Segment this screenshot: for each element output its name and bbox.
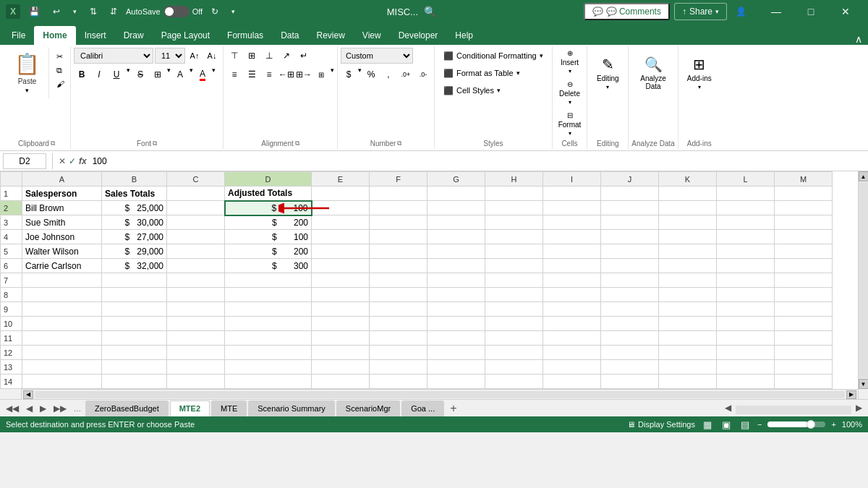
col-header-L[interactable]: L [717,172,775,187]
analyze-data-button[interactable]: 🔍 Analyze Data [634,48,672,98]
cell-B2[interactable]: $ 25,000 [102,201,167,215]
format-as-table-button[interactable]: ⬛ Format as Table ▾ [438,65,526,81]
italic-button[interactable]: I [91,67,107,82]
cell-F2[interactable] [370,201,427,215]
cell-J4[interactable] [601,230,659,244]
col-header-B[interactable]: B [102,172,167,187]
align-left-button[interactable]: ≡ [226,67,242,82]
add-ins-button[interactable]: ⊞ Add-ins ▾ [681,48,718,98]
autosave-pill[interactable] [163,6,190,17]
paste-button[interactable]: 📋 Paste ▾ [9,48,46,98]
increase-decimal-button[interactable]: .0+ [398,67,414,82]
font-color-button[interactable]: A [195,67,210,82]
sheet-tab-goa[interactable]: Goa ... [401,401,444,416]
cell-L4[interactable] [717,230,775,244]
search-icon[interactable]: 🔍 [424,6,436,17]
quick-access-icon[interactable]: ▾ [227,7,239,17]
cell-B5[interactable]: $ 29,000 [102,244,167,259]
sort-desc-icon[interactable]: ⇵ [106,5,122,18]
sort-asc-icon[interactable]: ⇅ [85,5,101,18]
cell-C3[interactable] [167,215,225,230]
copy-button[interactable]: ⧉ [54,64,67,77]
col-header-G[interactable]: G [427,172,485,187]
tab-home[interactable]: Home [34,26,75,45]
cell-J1[interactable] [601,187,659,201]
account-icon[interactable]: 👤 [731,5,751,18]
cell-H3[interactable] [485,215,543,230]
cell-A4[interactable]: Joe Johnson [22,230,102,244]
cell-L1[interactable] [717,187,775,201]
insert-button[interactable]: ⊕ Insert ▾ [558,48,582,76]
strikethrough-button[interactable]: S [132,67,148,82]
autosave-toggle[interactable]: AutoSave Off [126,6,203,17]
wrap-text-button[interactable]: ↵ [296,48,312,64]
cell-K6[interactable] [659,259,717,273]
sheet-nav-prev[interactable]: ◀ [23,403,35,414]
cell-C1[interactable] [167,187,225,201]
cell-F3[interactable] [370,215,427,230]
cell-K3[interactable] [659,215,717,230]
cell-L5[interactable] [717,244,775,259]
tab-review[interactable]: Review [307,26,353,45]
cell-M5[interactable] [775,244,833,259]
sheet-nav-last[interactable]: ▶▶ [51,403,69,414]
sheet-hscroll-left[interactable]: ◀ [722,403,734,414]
zoom-slider[interactable] [767,421,825,427]
share-button[interactable]: ↑ Share ▾ [674,3,727,20]
cell-G6[interactable] [427,259,485,273]
cell-L6[interactable] [717,259,775,273]
align-top-button[interactable]: ⊤ [226,48,242,64]
cell-G5[interactable] [427,244,485,259]
cell-A1[interactable]: Salesperson [22,187,102,201]
cell-H5[interactable] [485,244,543,259]
cell-I5[interactable] [543,244,601,259]
cell-D4[interactable]: $ 100 [225,230,312,244]
cell-G3[interactable] [427,215,485,230]
formula-input[interactable] [90,156,865,166]
cell-L3[interactable] [717,215,775,230]
cell-I1[interactable] [543,187,601,201]
decrease-font-button[interactable]: A↓ [204,48,220,64]
scroll-up-button[interactable]: ▲ [859,171,869,181]
cell-M1[interactable] [775,187,833,201]
add-sheet-button[interactable]: + [446,402,461,415]
cell-F1[interactable] [370,187,427,201]
editing-button[interactable]: ✎ Editing ▾ [590,48,625,98]
formula-confirm-icon[interactable]: ✓ [69,156,76,166]
cell-C6[interactable] [167,259,225,273]
align-bottom-button[interactable]: ⊥ [261,48,277,64]
align-right-button[interactable]: ≡ [261,67,277,82]
cell-K4[interactable] [659,230,717,244]
bold-button[interactable]: B [74,67,90,82]
cell-E3[interactable] [312,215,370,230]
cell-E5[interactable] [312,244,370,259]
cell-D2[interactable]: $ 100 [225,201,312,215]
number-format-select[interactable]: Custom [341,48,413,64]
cell-G2[interactable] [427,201,485,215]
format-button[interactable]: ⊟ Format ▾ [556,110,584,138]
cell-I4[interactable] [543,230,601,244]
tab-page-layout[interactable]: Page Layout [153,26,218,45]
cell-C5[interactable] [167,244,225,259]
cell-K2[interactable] [659,201,717,215]
delete-button[interactable]: ⊖ Delete ▾ [556,79,583,107]
cell-A6[interactable]: Carrie Carlson [22,259,102,273]
col-header-M[interactable]: M [775,172,833,187]
sheet-tab-scenariomgr[interactable]: ScenarioMgr [336,401,400,416]
col-header-E[interactable]: E [312,172,370,187]
cell-G1[interactable] [427,187,485,201]
cell-F6[interactable] [370,259,427,273]
col-header-K[interactable]: K [659,172,717,187]
cell-K1[interactable] [659,187,717,201]
accounting-format-button[interactable]: $ [341,67,357,82]
insert-function-icon[interactable]: fx [79,156,87,166]
font-family-select[interactable]: Calibri [74,48,153,64]
border-button[interactable]: ⊞ [150,67,166,82]
cell-G4[interactable] [427,230,485,244]
cell-H1[interactable] [485,187,543,201]
sheet-hscroll-right[interactable]: ▶ [853,403,865,414]
col-header-I[interactable]: I [543,172,601,187]
sheet-tab-scenario-summary[interactable]: Scenario Summary [248,401,335,416]
maximize-button[interactable]: □ [794,0,827,23]
sheet-nav-next[interactable]: ▶ [37,403,49,414]
